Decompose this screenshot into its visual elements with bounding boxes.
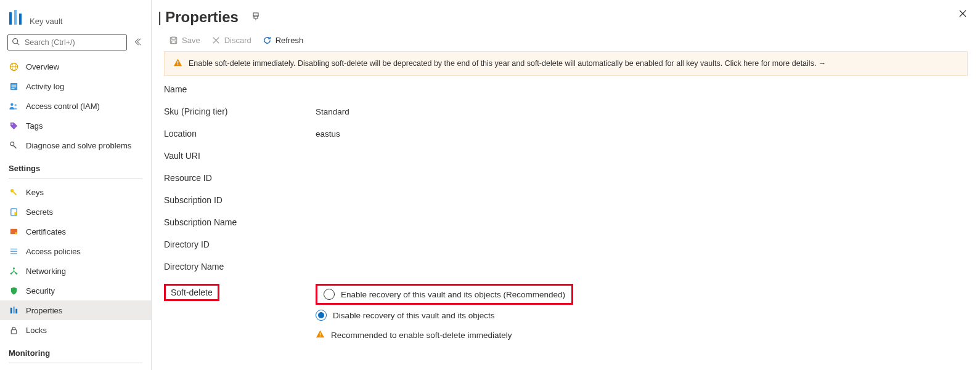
sidebar-item-locks[interactable]: Locks bbox=[0, 320, 151, 340]
radio-disable-label: Disable recovery of this vault and its o… bbox=[333, 311, 495, 320]
svg-rect-18 bbox=[13, 191, 17, 195]
discard-label: Discard bbox=[224, 36, 251, 45]
label-directory-id: Directory ID bbox=[164, 239, 316, 249]
sidebar-item-label: Locks bbox=[26, 326, 47, 335]
svg-rect-9 bbox=[11, 84, 16, 85]
radio-enable-recovery[interactable]: Enable recovery of this vault and its ob… bbox=[324, 289, 565, 300]
svg-rect-11 bbox=[11, 88, 14, 89]
key-icon bbox=[9, 187, 18, 197]
label-directory-name: Directory Name bbox=[164, 262, 316, 271]
svg-rect-33 bbox=[253, 13, 258, 16]
radio-disable-recovery[interactable]: Disable recovery of this vault and its o… bbox=[316, 310, 573, 321]
secrets-icon bbox=[9, 207, 18, 217]
certificates-icon bbox=[9, 227, 18, 236]
toolbar: Save Discard Refresh bbox=[152, 30, 980, 51]
collapse-sidebar-button[interactable] bbox=[131, 35, 144, 50]
brand-label: Key vault bbox=[30, 17, 62, 26]
search-input-wrapper[interactable] bbox=[7, 34, 127, 50]
svg-rect-29 bbox=[10, 307, 12, 313]
svg-point-17 bbox=[10, 188, 14, 192]
save-button[interactable]: Save bbox=[169, 36, 200, 45]
save-label: Save bbox=[182, 36, 200, 45]
sidebar-item-diagnose[interactable]: Diagnose and solve problems bbox=[0, 135, 151, 155]
svg-point-3 bbox=[13, 39, 18, 44]
svg-point-15 bbox=[10, 142, 14, 145]
activity-log-icon bbox=[9, 81, 18, 91]
label-location: Location bbox=[164, 129, 316, 139]
svg-rect-23 bbox=[10, 248, 17, 249]
label-vault-uri: Vault URI bbox=[164, 151, 316, 161]
sidebar-item-label: Properties bbox=[26, 306, 62, 315]
sidebar-item-access-policies[interactable]: Access policies bbox=[0, 241, 151, 261]
banner-text: Enable soft-delete immediately. Disablin… bbox=[189, 59, 826, 68]
sidebar-item-label: Diagnose and solve problems bbox=[26, 141, 131, 150]
sidebar-item-label: Secrets bbox=[26, 207, 53, 217]
svg-rect-24 bbox=[10, 251, 17, 251]
warning-icon bbox=[316, 329, 325, 340]
sidebar-item-tags[interactable]: Tags bbox=[0, 116, 151, 135]
radio-icon bbox=[324, 289, 335, 300]
label-subscription-name: Subscription Name bbox=[164, 217, 316, 227]
pin-icon[interactable] bbox=[251, 12, 261, 23]
lock-icon bbox=[9, 325, 18, 335]
sidebar-item-keys[interactable]: Keys bbox=[0, 182, 151, 202]
svg-rect-37 bbox=[178, 61, 178, 63]
access-policies-icon bbox=[9, 246, 18, 256]
sidebar-item-security[interactable]: Security bbox=[0, 281, 151, 300]
svg-rect-16 bbox=[13, 145, 17, 148]
label-resource-id: Resource ID bbox=[164, 173, 316, 183]
svg-point-26 bbox=[13, 267, 15, 269]
radio-enable-label: Enable recovery of this vault and its ob… bbox=[341, 290, 565, 299]
label-subscription-id: Subscription ID bbox=[164, 195, 316, 205]
sidebar-item-label: Activity log bbox=[26, 82, 64, 91]
section-divider bbox=[9, 363, 142, 363]
svg-rect-25 bbox=[10, 253, 17, 254]
value-sku: Standard bbox=[316, 107, 349, 116]
svg-rect-32 bbox=[11, 329, 16, 334]
label-name: Name bbox=[164, 84, 316, 94]
page-title: Properties bbox=[165, 9, 239, 26]
main: | Properties Save Discard Refre bbox=[152, 0, 980, 370]
svg-point-22 bbox=[14, 231, 17, 234]
sidebar: Key vault Overview bbox=[0, 0, 152, 370]
sidebar-item-secrets[interactable]: Secrets bbox=[0, 202, 151, 222]
svg-point-12 bbox=[10, 103, 13, 105]
sidebar-item-certificates[interactable]: Certificates bbox=[0, 222, 151, 241]
refresh-button[interactable]: Refresh bbox=[263, 36, 304, 45]
section-header-settings: Settings bbox=[0, 155, 151, 175]
svg-rect-10 bbox=[11, 86, 16, 87]
properties-icon bbox=[9, 305, 18, 315]
svg-rect-2 bbox=[19, 14, 22, 25]
close-button[interactable] bbox=[958, 9, 968, 20]
banner-soft-delete[interactable]: Enable soft-delete immediately. Disablin… bbox=[164, 51, 968, 76]
sidebar-item-overview[interactable]: Overview bbox=[0, 57, 151, 76]
iam-icon bbox=[9, 101, 18, 111]
tag-icon bbox=[9, 121, 18, 131]
sidebar-item-activity-log[interactable]: Activity log bbox=[0, 76, 151, 96]
sidebar-item-properties[interactable]: Properties bbox=[0, 300, 151, 320]
svg-point-14 bbox=[11, 123, 12, 124]
brand: Key vault bbox=[0, 6, 151, 34]
warning-icon bbox=[173, 58, 182, 69]
svg-rect-31 bbox=[15, 308, 17, 313]
sidebar-item-label: Certificates bbox=[26, 227, 66, 236]
sidebar-item-label: Security bbox=[26, 286, 55, 296]
sidebar-item-label: Overview bbox=[26, 62, 59, 71]
search-input[interactable] bbox=[23, 38, 123, 47]
sidebar-item-networking[interactable]: Networking bbox=[0, 261, 151, 281]
svg-rect-35 bbox=[172, 37, 176, 39]
svg-point-13 bbox=[14, 103, 17, 106]
svg-rect-39 bbox=[320, 332, 321, 335]
search-icon bbox=[12, 38, 20, 47]
sidebar-item-access-control[interactable]: Access control (IAM) bbox=[0, 96, 151, 116]
title-pipe: | bbox=[158, 9, 161, 26]
sidebar-item-label: Access control (IAM) bbox=[26, 102, 100, 111]
svg-rect-1 bbox=[14, 10, 17, 25]
svg-rect-40 bbox=[320, 336, 321, 336]
label-soft-delete: Soft-delete bbox=[164, 284, 219, 301]
discard-button[interactable]: Discard bbox=[211, 36, 251, 45]
sidebar-item-label: Networking bbox=[26, 267, 66, 276]
diagnose-icon bbox=[9, 140, 18, 150]
refresh-label: Refresh bbox=[276, 36, 304, 45]
sidebar-item-label: Keys bbox=[26, 188, 44, 197]
